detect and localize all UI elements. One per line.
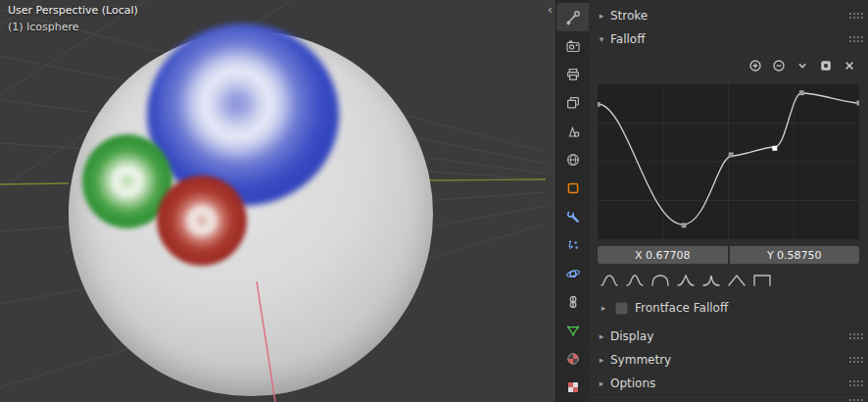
globe-icon — [565, 152, 581, 168]
close-icon — [843, 59, 856, 73]
constraint-clamp-icon — [565, 294, 581, 310]
curve-point-fields: X 0.67708 Y 0.58750 — [598, 246, 859, 264]
curve-point — [729, 152, 734, 157]
zoom-in-icon — [748, 59, 762, 73]
tab-tool[interactable] — [556, 3, 589, 31]
panel-label-falloff: Falloff — [610, 32, 645, 46]
curve-toolbar — [598, 55, 857, 76]
tab-modifiers[interactable] — [556, 202, 589, 230]
preset-smooth-button[interactable] — [598, 272, 620, 288]
properties-tab-strip — [555, 0, 589, 402]
render-camera-icon — [565, 38, 581, 54]
panel-grip-handle[interactable] — [848, 35, 863, 43]
tab-constraints[interactable] — [556, 287, 589, 316]
zoom-in-button[interactable] — [747, 58, 763, 74]
panel-header-falloff[interactable]: ▾ Falloff — [589, 27, 868, 51]
sidebar-collapse-icon[interactable]: ‹ — [548, 3, 553, 17]
preset-linear-button[interactable] — [725, 272, 747, 288]
panel-label-options: Options — [610, 377, 655, 390]
falloff-panel-body: X 0.67708 Y 0.58750 — [589, 51, 868, 325]
falloff-curve-widget[interactable] — [598, 84, 859, 239]
tool-icon — [565, 10, 581, 25]
panel-label-display: Display — [610, 329, 653, 343]
preset-sphere-button[interactable] — [649, 272, 671, 288]
panel-grip-handle[interactable] — [848, 356, 863, 364]
curve-point-selected — [772, 146, 777, 151]
point-y-field[interactable]: Y 0.58750 — [730, 246, 860, 264]
smoother-curve-icon — [625, 274, 645, 287]
disclosure-triangle-icon: ▸ — [596, 331, 607, 341]
physics-orbit-icon — [565, 266, 581, 281]
tab-view-layer[interactable] — [556, 88, 589, 117]
frontface-falloff-row: ▸ Frontface Falloff — [598, 301, 859, 315]
scene-cone-sphere-icon — [565, 124, 581, 139]
curve-point — [682, 223, 687, 227]
panel-grip-handle[interactable] — [848, 332, 863, 340]
disclosure-triangle-icon: ▾ — [596, 34, 607, 44]
tab-scene[interactable] — [556, 117, 589, 145]
tab-object-data[interactable] — [556, 316, 589, 344]
panel-header-symmetry[interactable]: ▸ Symmetry — [589, 348, 868, 372]
panel-header-options[interactable]: ▸ Options — [589, 372, 868, 395]
curve-point — [598, 102, 601, 107]
3d-viewport[interactable]: User Perspective (Local) (1) Icosphere ‹ — [0, 0, 555, 402]
tab-physics[interactable] — [556, 259, 589, 287]
material-sphere-icon — [565, 351, 581, 367]
object-square-icon — [565, 180, 581, 196]
view-mode-label: User Perspective (Local) — [8, 4, 138, 17]
panel-label-stroke: Stroke — [610, 9, 648, 23]
preset-root-button[interactable] — [674, 272, 697, 288]
disclosure-triangle-icon: ▸ — [596, 378, 607, 388]
curve-point — [857, 101, 860, 106]
tab-render[interactable] — [556, 31, 589, 60]
falloff-preset-row — [598, 272, 859, 288]
tab-object[interactable] — [556, 174, 589, 202]
panel-label-symmetry: Symmetry — [610, 353, 671, 367]
particles-icon — [565, 237, 581, 253]
panel-grip-handle[interactable] — [848, 12, 863, 20]
paint-blob-red — [157, 176, 247, 266]
paint-blob-blue — [147, 24, 339, 206]
preset-constant-button[interactable] — [750, 272, 773, 288]
tab-texture[interactable] — [556, 373, 589, 401]
blender-window: User Perspective (Local) (1) Icosphere ‹ — [0, 0, 868, 402]
point-x-field[interactable]: X 0.67708 — [598, 246, 728, 264]
constant-curve-icon — [752, 274, 772, 287]
curve-point — [799, 90, 804, 95]
panel-header-display[interactable]: ▸ Display — [589, 325, 868, 348]
tools-dropdown-button[interactable] — [795, 58, 810, 74]
stacked-images-icon — [565, 95, 581, 111]
frontface-falloff-label: Frontface Falloff — [635, 301, 728, 315]
clipping-square-icon — [819, 59, 833, 73]
printer-icon — [565, 67, 581, 82]
preset-sharp-button[interactable] — [699, 272, 722, 288]
root-curve-icon — [676, 274, 696, 287]
active-object-label: (1) Icosphere — [8, 21, 79, 33]
wrench-icon — [565, 209, 581, 225]
preset-smoother-button[interactable] — [623, 272, 646, 288]
panel-header-partial[interactable] — [589, 395, 868, 402]
zoom-out-icon — [772, 59, 786, 73]
tool-settings-panel: ▸ Stroke ▾ Falloff — [589, 0, 868, 402]
sharp-curve-icon — [701, 274, 721, 287]
panel-grip-handle[interactable] — [848, 398, 863, 402]
disclosure-triangle-icon: ▸ — [596, 355, 607, 365]
tab-material[interactable] — [556, 344, 589, 373]
panel-grip-handle[interactable] — [848, 379, 863, 387]
tab-particles[interactable] — [556, 230, 589, 259]
clipping-toggle-button[interactable] — [818, 58, 834, 74]
texture-checker-icon — [565, 379, 581, 395]
zoom-out-button[interactable] — [771, 58, 787, 74]
linear-curve-icon — [727, 274, 747, 287]
sphere-curve-icon — [651, 274, 670, 287]
disclosure-triangle-icon: ▸ — [598, 303, 609, 313]
delete-point-button[interactable] — [842, 58, 857, 74]
tab-output[interactable] — [556, 60, 589, 88]
smooth-curve-icon — [600, 274, 619, 287]
chevron-down-icon — [796, 59, 809, 73]
panel-header-stroke[interactable]: ▸ Stroke — [589, 4, 868, 27]
disclosure-triangle-icon: ▸ — [596, 11, 607, 21]
tab-world[interactable] — [556, 145, 589, 174]
frontface-falloff-checkbox[interactable] — [615, 302, 628, 315]
mesh-data-triangle-icon — [565, 323, 581, 338]
